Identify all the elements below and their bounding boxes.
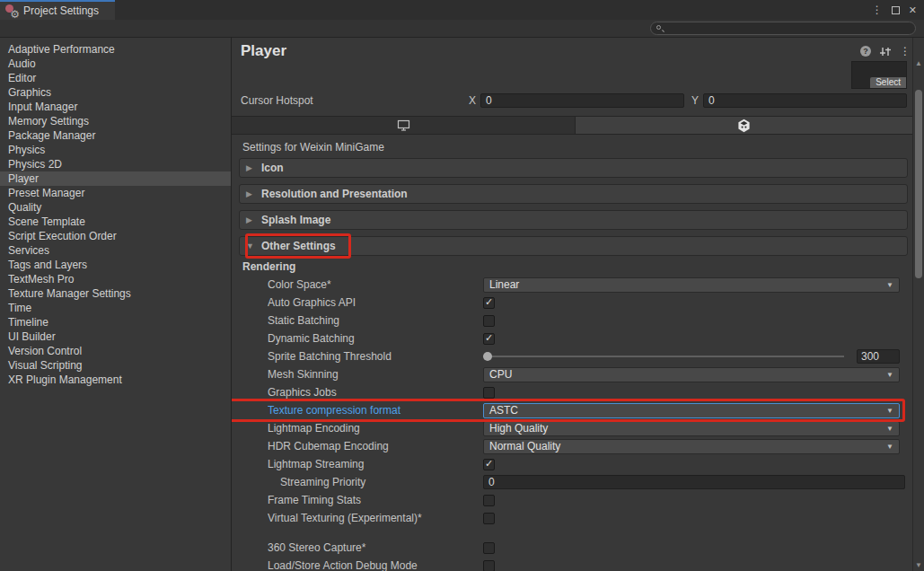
setting-label: 360 Stereo Capture* (268, 541, 483, 554)
setting-row-sprite-batching-threshold: Sprite Batching Threshold300 (232, 347, 912, 365)
chevron-down-icon: ▼ (886, 281, 893, 289)
setting-row-virtual-texturing-experimental: Virtual Texturing (Experimental)* (232, 509, 912, 527)
foldout-other-settings[interactable]: ▼ Other Settings (239, 236, 908, 256)
setting-label: Color Space* (268, 278, 483, 291)
tab-standalone[interactable] (232, 117, 576, 134)
sidebar-item-script-execution-order[interactable]: Script Execution Order (0, 229, 231, 243)
setting-row-dynamic-batching: Dynamic Batching✓ (232, 329, 912, 347)
checkbox-dynamic-batching[interactable]: ✓ (483, 333, 495, 345)
help-icon[interactable]: ? (860, 46, 871, 57)
cursor-hotspot-row: Cursor Hotspot X 0 Y 0 (232, 92, 912, 110)
sidebar-item-xr-plugin-management[interactable]: XR Plugin Management (0, 373, 231, 387)
sidebar-item-textmesh-pro[interactable]: TextMesh Pro (0, 272, 231, 286)
cursor-thumbnail[interactable]: Select (851, 61, 907, 89)
sidebar-item-graphics[interactable]: Graphics (0, 85, 231, 100)
setting-label: Lightmap Encoding (268, 422, 483, 435)
setting-row-streaming-priority: Streaming Priority0 (232, 473, 912, 491)
settings-category-sidebar: Adaptive PerformanceAudioEditorGraphicsI… (0, 38, 232, 571)
sidebar-item-physics[interactable]: Physics (0, 143, 231, 157)
sidebar-item-tags-and-layers[interactable]: Tags and Layers (0, 258, 231, 272)
chevron-down-icon: ▼ (886, 443, 893, 451)
slider-value-field[interactable]: 300 (857, 349, 900, 364)
sidebar-item-visual-scripting[interactable]: Visual Scripting (0, 358, 231, 373)
foldout-resolution-and-presentation[interactable]: ▶ Resolution and Presentation (239, 184, 908, 204)
checkbox-frame-timing-stats[interactable] (483, 495, 495, 506)
sidebar-item-time[interactable]: Time (0, 301, 231, 315)
maximize-icon[interactable] (892, 6, 900, 14)
sidebar-item-preset-manager[interactable]: Preset Manager (0, 186, 231, 200)
sidebar-item-services[interactable]: Services (0, 243, 231, 258)
setting-label: Graphics Jobs (268, 386, 483, 399)
setting-label: Texture compression format (268, 404, 483, 417)
dropdown-hdr-cubemap-encoding[interactable]: Normal Quality▼ (483, 439, 900, 454)
scroll-up-icon[interactable]: ▲ (913, 59, 924, 67)
window-menu-icon[interactable]: ⋮ (872, 4, 883, 16)
sidebar-item-input-manager[interactable]: Input Manager (0, 100, 231, 114)
setting-label: Lightmap Streaming (268, 458, 483, 470)
sidebar-item-editor[interactable]: Editor (0, 71, 231, 85)
checkbox-load-store-action-debug-mode[interactable] (483, 560, 495, 571)
foldout-icon[interactable]: ▶ Icon (239, 158, 908, 178)
scrollbar-thumb[interactable] (915, 90, 922, 278)
sidebar-item-adaptive-performance[interactable]: Adaptive Performance (0, 42, 231, 57)
dropdown-texture-compression-format[interactable]: ASTC▼ (483, 403, 900, 418)
dropdown-lightmap-encoding[interactable]: High Quality▼ (483, 421, 900, 436)
setting-row-static-batching: Static Batching (232, 312, 912, 329)
checkbox-360-stereo-capture[interactable] (483, 542, 495, 554)
sidebar-item-audio[interactable]: Audio (0, 57, 231, 71)
setting-label: Sprite Batching Threshold (268, 350, 483, 363)
tab-weixin-minigame[interactable] (576, 117, 912, 134)
sidebar-item-ui-builder[interactable]: UI Builder (0, 329, 231, 344)
vertical-scrollbar[interactable]: ▲ ▼ (912, 38, 924, 571)
search-input[interactable] (650, 22, 916, 35)
y-axis-label: Y (691, 94, 703, 107)
sidebar-item-version-control[interactable]: Version Control (0, 344, 231, 358)
setting-row-mesh-skinning: Mesh SkinningCPU▼ (232, 365, 912, 383)
sidebar-item-memory-settings[interactable]: Memory Settings (0, 114, 231, 128)
foldout-arrow-icon: ▼ (246, 242, 255, 250)
sidebar-item-texture-manager-settings[interactable]: Texture Manager Settings (0, 286, 231, 301)
project-settings-tab[interactable]: ⚙ Project Settings (0, 0, 115, 20)
hotspot-x-field[interactable]: 0 (480, 93, 684, 108)
panel-menu-icon[interactable]: ⋮ (900, 45, 912, 57)
sidebar-item-timeline[interactable]: Timeline (0, 315, 231, 329)
checkbox-auto-graphics-api[interactable]: ✓ (483, 297, 495, 309)
chevron-down-icon: ▼ (886, 407, 893, 415)
setting-label: Virtual Texturing (Experimental)* (268, 512, 483, 524)
foldout-splash-image[interactable]: ▶ Splash Image (239, 210, 908, 230)
checkbox-static-batching[interactable] (483, 315, 495, 327)
chevron-down-icon: ▼ (886, 371, 893, 379)
window-title: Project Settings (23, 4, 99, 17)
page-title: Player (241, 42, 286, 60)
foldout-arrow-icon: ▶ (246, 215, 255, 224)
monitor-icon (397, 119, 410, 131)
dropdown-mesh-skinning[interactable]: CPU▼ (483, 367, 900, 382)
sidebar-item-player[interactable]: Player (0, 171, 231, 186)
presets-icon[interactable] (879, 46, 892, 57)
check-icon: ✓ (485, 333, 493, 343)
cursor-object-row: Select (232, 61, 912, 92)
gear-icon: ⚙ (10, 9, 20, 20)
setting-label: Streaming Priority (268, 476, 483, 488)
object-select-button[interactable]: Select (870, 77, 906, 88)
dropdown-color-space[interactable]: Linear▼ (483, 277, 900, 293)
close-icon[interactable]: ✕ (909, 4, 917, 16)
weixin-minigame-icon (737, 119, 751, 133)
scroll-down-icon[interactable]: ▼ (913, 561, 924, 569)
content: Adaptive PerformanceAudioEditorGraphicsI… (0, 38, 924, 571)
checkbox-graphics-jobs[interactable] (483, 387, 495, 399)
hotspot-y-field[interactable]: 0 (703, 93, 907, 108)
setting-label: Load/Store Action Debug Mode (268, 559, 483, 571)
text-field-streaming-priority[interactable]: 0 (483, 475, 905, 489)
slider-knob[interactable] (483, 352, 492, 361)
sidebar-item-package-manager[interactable]: Package Manager (0, 128, 231, 143)
slider-sprite-batching-threshold[interactable] (483, 356, 844, 357)
sidebar-item-scene-template[interactable]: Scene Template (0, 215, 231, 229)
checkbox-virtual-texturing-experimental[interactable] (483, 513, 495, 524)
sidebar-item-quality[interactable]: Quality (0, 200, 231, 215)
sidebar-item-physics-2d[interactable]: Physics 2D (0, 157, 231, 171)
setting-label: Mesh Skinning (268, 368, 483, 381)
setting-row-lightmap-streaming: Lightmap Streaming✓ (232, 455, 912, 473)
check-icon: ✓ (485, 459, 493, 469)
checkbox-lightmap-streaming[interactable]: ✓ (483, 459, 495, 470)
